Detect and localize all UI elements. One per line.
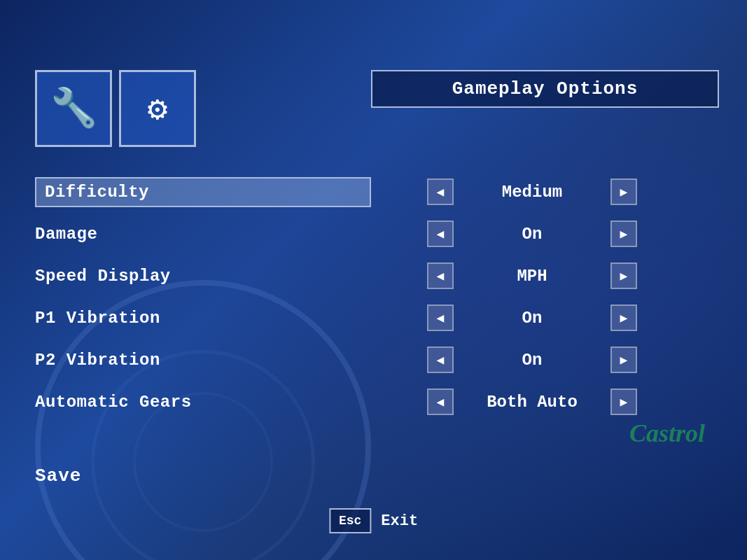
option-control-speed-display: ◀ MPH ▶ xyxy=(427,262,637,289)
option-label-automatic-gears: Automatic Gears xyxy=(35,393,371,412)
exit-area[interactable]: Esc Exit xyxy=(329,508,418,533)
p2-vibration-left-arrow[interactable]: ◀ xyxy=(427,346,454,373)
settings-icon: ⚙️ xyxy=(148,88,168,130)
exit-label[interactable]: Exit xyxy=(381,512,418,530)
speed-display-right-arrow[interactable]: ▶ xyxy=(610,262,637,289)
option-row-difficulty: Difficulty ◀ Medium ▶ xyxy=(35,174,712,210)
settings-icon-box: ⚙️ xyxy=(119,70,196,147)
p2-vibration-value: On xyxy=(462,351,602,370)
p1-vibration-right-arrow[interactable]: ▶ xyxy=(610,304,637,331)
esc-box[interactable]: Esc xyxy=(329,508,371,533)
option-label-p1-vibration: P1 Vibration xyxy=(35,309,371,328)
automatic-gears-right-arrow[interactable]: ▶ xyxy=(610,388,637,415)
automatic-gears-value: Both Auto xyxy=(462,393,602,412)
option-row-p1-vibration: P1 Vibration ◀ On ▶ xyxy=(35,300,712,336)
speed-display-value: MPH xyxy=(462,267,602,286)
option-label-speed-display: Speed Display xyxy=(35,267,371,286)
difficulty-value: Medium xyxy=(462,183,602,202)
damage-left-arrow[interactable]: ◀ xyxy=(427,220,454,247)
options-list: Difficulty ◀ Medium ▶ Damage ◀ On ▶ Spee… xyxy=(35,174,712,426)
option-row-automatic-gears: Automatic Gears ◀ Both Auto ▶ xyxy=(35,384,712,420)
option-label-p2-vibration: P2 Vibration xyxy=(35,351,371,370)
option-control-difficulty: ◀ Medium ▶ xyxy=(427,178,637,205)
option-label-damage: Damage xyxy=(35,225,371,244)
page-title: Gameplay Options xyxy=(452,78,638,99)
p1-vibration-value: On xyxy=(462,309,602,328)
automatic-gears-left-arrow[interactable]: ◀ xyxy=(427,388,454,415)
option-row-damage: Damage ◀ On ▶ xyxy=(35,216,712,252)
option-control-p1-vibration: ◀ On ▶ xyxy=(427,304,637,331)
option-control-automatic-gears: ◀ Both Auto ▶ xyxy=(427,388,637,415)
option-row-p2-vibration: P2 Vibration ◀ On ▶ xyxy=(35,342,712,378)
option-control-damage: ◀ On ▶ xyxy=(427,220,637,247)
option-row-speed-display: Speed Display ◀ MPH ▶ xyxy=(35,258,712,294)
damage-value: On xyxy=(462,225,602,244)
p1-vibration-left-arrow[interactable]: ◀ xyxy=(427,304,454,331)
page-title-bar: Gameplay Options xyxy=(371,70,719,108)
icons-area: 🔧 ⚙️ xyxy=(35,70,196,147)
esc-label: Esc xyxy=(339,514,361,528)
option-label-difficulty: Difficulty xyxy=(35,177,371,207)
difficulty-left-arrow[interactable]: ◀ xyxy=(427,178,454,205)
save-label[interactable]: Save xyxy=(35,465,81,486)
wrench-icon: 🔧 xyxy=(50,85,97,132)
wrench-icon-box: 🔧 xyxy=(35,70,112,147)
p2-vibration-right-arrow[interactable]: ▶ xyxy=(610,346,637,373)
speed-display-left-arrow[interactable]: ◀ xyxy=(427,262,454,289)
save-area[interactable]: Save xyxy=(35,465,81,486)
option-control-p2-vibration: ◀ On ▶ xyxy=(427,346,637,373)
difficulty-right-arrow[interactable]: ▶ xyxy=(610,178,637,205)
damage-right-arrow[interactable]: ▶ xyxy=(610,220,637,247)
